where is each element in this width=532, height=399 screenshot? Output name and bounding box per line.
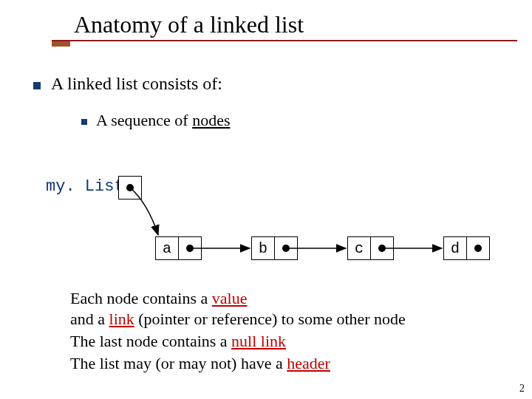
node-pointer xyxy=(371,237,393,259)
node-pointer xyxy=(467,237,489,259)
node-value: b xyxy=(252,237,275,259)
title-underline xyxy=(52,40,517,41)
node-value: c xyxy=(348,237,371,259)
text: The list may (or may not) have a xyxy=(70,354,287,372)
bullet-level2: A sequence of nodes xyxy=(81,111,230,130)
page-number: 2 xyxy=(519,383,525,395)
bullet2-prefix: A sequence of xyxy=(96,111,192,129)
title-accent xyxy=(52,41,70,47)
body-line-3: The last node contains a null link xyxy=(70,331,286,352)
text: and a xyxy=(70,310,109,328)
node-pointer xyxy=(275,237,297,259)
header-box xyxy=(118,176,142,200)
node-b: b xyxy=(251,236,298,260)
bullet-level1: A linked list consists of: xyxy=(33,74,222,94)
text: Each node contains a xyxy=(70,289,212,307)
node-a: a xyxy=(155,236,202,260)
keyword-link: link xyxy=(109,310,134,328)
pointer-dot-icon xyxy=(378,245,386,252)
pointer-dot-icon xyxy=(126,184,134,191)
pointer-dot-icon xyxy=(474,245,482,252)
node-pointer xyxy=(179,237,201,259)
text: (pointer or reference) to some other nod… xyxy=(134,310,406,328)
pointer-dot-icon xyxy=(282,245,290,252)
text: The last node contains a xyxy=(70,332,231,350)
node-d: d xyxy=(443,236,490,260)
body-line-2: and a link (pointer or reference) to som… xyxy=(70,309,406,330)
node-value: a xyxy=(156,237,179,259)
node-value: d xyxy=(444,237,467,259)
square-bullet-icon xyxy=(33,82,41,89)
title-text: Anatomy of a linked list xyxy=(74,11,304,38)
slide-title: Anatomy of a linked list xyxy=(74,11,304,38)
body-line-1: Each node contains a value xyxy=(70,288,247,310)
bullet1-text: A linked list consists of: xyxy=(51,74,222,93)
keyword-null-link: null link xyxy=(231,332,286,350)
pointer-dot-icon xyxy=(186,245,194,252)
bullet2-nodes: nodes xyxy=(192,111,230,129)
body-line-4: The list may (or may not) have a header xyxy=(70,353,330,375)
node-c: c xyxy=(347,236,394,260)
square-bullet-icon xyxy=(81,119,87,125)
keyword-header: header xyxy=(287,354,330,372)
keyword-value: value xyxy=(212,289,248,307)
header-label: my. List xyxy=(46,177,124,196)
